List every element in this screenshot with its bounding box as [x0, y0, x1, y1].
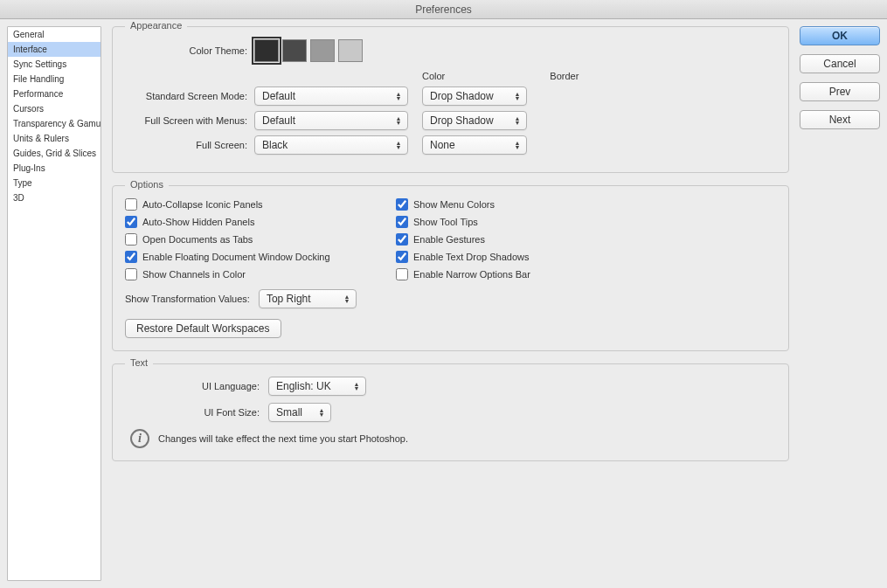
ok-button[interactable]: OK — [800, 26, 880, 45]
chevron-updown-icon: ▲▼ — [342, 294, 352, 303]
select-value: None — [430, 139, 455, 151]
option-checkbox[interactable]: Enable Gestures — [396, 233, 658, 246]
checkbox-label: Show Menu Colors — [413, 199, 495, 210]
screen-border-select[interactable]: Drop Shadow▲▼ — [422, 111, 527, 130]
appearance-group: Appearance Color Theme: Color Border Sta… — [112, 26, 789, 173]
sidebar-item-sync-settings[interactable]: Sync Settings — [8, 57, 100, 72]
option-checkbox[interactable]: Open Documents as Tabs — [125, 233, 387, 246]
chevron-updown-icon: ▲▼ — [512, 141, 523, 149]
screen-border-select[interactable]: None▲▼ — [422, 135, 527, 155]
screen-mode-label: Standard Screen Mode: — [125, 91, 254, 101]
chevron-updown-icon: ▲▼ — [316, 408, 327, 417]
checkbox-input[interactable] — [396, 251, 408, 263]
checkbox-input[interactable] — [125, 216, 137, 228]
text-group: Text UI Language: English: UK ▲▼ UI Font… — [112, 363, 789, 461]
transform-select[interactable]: Top Right ▲▼ — [259, 289, 357, 308]
option-checkbox[interactable]: Enable Text Drop Shadows — [396, 251, 658, 263]
sidebar-item-general[interactable]: General — [8, 27, 100, 42]
ui-font-label: UI Font Size: — [125, 407, 268, 418]
screen-border-select[interactable]: Drop Shadow▲▼ — [422, 86, 527, 106]
chevron-updown-icon: ▲▼ — [512, 92, 523, 100]
option-checkbox[interactable]: Enable Narrow Options Bar — [396, 268, 658, 280]
screen-color-select[interactable]: Default▲▼ — [254, 86, 408, 106]
ui-language-value: English: UK — [276, 380, 331, 392]
select-value: Default — [262, 90, 295, 102]
sidebar-item-type[interactable]: Type — [8, 176, 100, 190]
checkbox-input[interactable] — [396, 268, 408, 280]
chevron-updown-icon: ▲▼ — [393, 141, 404, 149]
option-checkbox[interactable]: Enable Floating Document Window Docking — [125, 251, 387, 263]
color-theme-label: Color Theme: — [125, 45, 254, 56]
screen-mode-label: Full Screen with Menus: — [125, 115, 254, 126]
select-value: Default — [262, 114, 295, 127]
prev-button[interactable]: Prev — [800, 82, 880, 101]
option-checkbox[interactable]: Auto-Collapse Iconic Panels — [125, 198, 387, 211]
screen-mode-row: Standard Screen Mode:Default▲▼Drop Shado… — [125, 86, 776, 106]
transform-value: Top Right — [267, 293, 311, 305]
ui-font-select[interactable]: Small ▲▼ — [268, 403, 331, 422]
sidebar-item-plug-ins[interactable]: Plug-Ins — [8, 161, 100, 176]
color-theme-swatch[interactable] — [254, 39, 279, 62]
transform-label: Show Transformation Values: — [125, 294, 250, 304]
next-button[interactable]: Next — [800, 110, 880, 129]
option-checkbox[interactable]: Auto-Show Hidden Panels — [125, 216, 387, 228]
checkbox-label: Auto-Show Hidden Panels — [142, 217, 254, 227]
checkbox-label: Enable Text Drop Shadows — [413, 252, 530, 262]
option-checkbox[interactable]: Show Menu Colors — [396, 198, 658, 211]
dialog-buttons: OK Cancel Prev Next — [800, 26, 880, 581]
option-checkbox[interactable]: Show Channels in Color — [125, 268, 387, 280]
sidebar-item-guides-grid-slices[interactable]: Guides, Grid & Slices — [8, 146, 100, 161]
ui-font-value: Small — [276, 406, 302, 419]
checkbox-label: Auto-Collapse Iconic Panels — [142, 199, 263, 210]
checkbox-label: Open Documents as Tabs — [142, 234, 253, 245]
checkbox-input[interactable] — [125, 268, 137, 280]
appearance-legend: Appearance — [125, 20, 187, 31]
main-panel: Appearance Color Theme: Color Border Sta… — [112, 26, 789, 581]
select-value: Black — [262, 139, 288, 151]
chevron-updown-icon: ▲▼ — [393, 92, 404, 100]
ui-language-select[interactable]: English: UK ▲▼ — [268, 377, 366, 396]
checkbox-input[interactable] — [396, 216, 408, 228]
cancel-button[interactable]: Cancel — [800, 54, 880, 73]
screen-color-select[interactable]: Black▲▼ — [254, 135, 408, 155]
checkbox-input[interactable] — [125, 198, 137, 211]
info-icon: i — [130, 429, 149, 448]
checkbox-label: Enable Gestures — [413, 234, 485, 245]
column-header-color: Color — [422, 71, 445, 81]
checkbox-label: Enable Floating Document Window Docking — [142, 252, 330, 262]
color-theme-swatch[interactable] — [338, 39, 363, 62]
select-value: Drop Shadow — [430, 114, 494, 127]
sidebar: GeneralInterfaceSync SettingsFile Handli… — [7, 26, 101, 581]
checkbox-input[interactable] — [396, 233, 408, 246]
checkbox-label: Show Channels in Color — [142, 269, 246, 280]
info-text: Changes will take effect the next time y… — [158, 433, 408, 444]
color-theme-swatches — [254, 39, 363, 62]
chevron-updown-icon: ▲▼ — [512, 116, 523, 125]
text-legend: Text — [125, 357, 153, 368]
screen-mode-row: Full Screen with Menus:Default▲▼Drop Sha… — [125, 111, 776, 130]
options-legend: Options — [125, 179, 169, 190]
options-group: Options Auto-Collapse Iconic PanelsShow … — [112, 185, 789, 351]
sidebar-item-3d[interactable]: 3D — [8, 190, 100, 205]
sidebar-item-file-handling[interactable]: File Handling — [8, 72, 100, 86]
checkbox-input[interactable] — [396, 198, 408, 211]
restore-workspaces-button[interactable]: Restore Default Workspaces — [125, 319, 281, 338]
checkbox-input[interactable] — [125, 251, 137, 263]
sidebar-item-performance[interactable]: Performance — [8, 86, 100, 101]
option-checkbox[interactable]: Show Tool Tips — [396, 216, 658, 228]
checkbox-label: Enable Narrow Options Bar — [413, 269, 530, 280]
checkbox-input[interactable] — [125, 233, 137, 246]
select-value: Drop Shadow — [430, 90, 494, 102]
column-header-border: Border — [550, 71, 579, 81]
chevron-updown-icon: ▲▼ — [351, 382, 362, 391]
sidebar-item-cursors[interactable]: Cursors — [8, 101, 100, 116]
screen-mode-row: Full Screen:Black▲▼None▲▼ — [125, 135, 776, 155]
sidebar-item-transparency-gamut[interactable]: Transparency & Gamut — [8, 116, 100, 131]
sidebar-item-units-rulers[interactable]: Units & Rulers — [8, 131, 100, 146]
screen-mode-label: Full Screen: — [125, 140, 254, 150]
sidebar-item-interface[interactable]: Interface — [8, 42, 100, 57]
color-theme-swatch[interactable] — [310, 39, 335, 62]
color-theme-swatch[interactable] — [282, 39, 307, 62]
screen-color-select[interactable]: Default▲▼ — [254, 111, 408, 130]
checkbox-label: Show Tool Tips — [413, 217, 478, 227]
